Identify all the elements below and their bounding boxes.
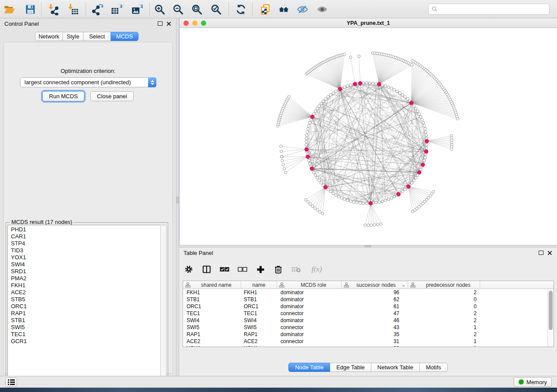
mcds-result-list[interactable]: PHD1CAR1STP4TID3YOX1SWI4SRD1PMA2FKH1ACE2… (7, 225, 160, 381)
table-cell: YOX1 (241, 345, 277, 347)
tab-style[interactable]: Style (62, 32, 83, 41)
close-panel-button[interactable] (547, 250, 553, 255)
tab-network[interactable]: Network (35, 32, 63, 41)
mcds-result-item[interactable]: STB5 (8, 296, 160, 303)
table-row[interactable]: STB1STB1dominator620 (183, 296, 547, 303)
zoom-fit-button[interactable] (190, 2, 204, 16)
table-row[interactable]: ORC1ORC1dominator610 (183, 303, 547, 310)
table-row[interactable]: FKH1FKH1dominator962 (183, 289, 547, 296)
zoom-selected-button[interactable] (209, 2, 223, 16)
export-network-icon (91, 3, 103, 15)
table-cell: 61 (342, 303, 408, 310)
column-header-successor-nodes[interactable]: successor nodes⌄ (342, 281, 408, 289)
first-neighbors-button[interactable] (277, 2, 291, 16)
memory-button[interactable]: Memory (514, 377, 552, 387)
mcds-result-item[interactable]: SWI4 (8, 261, 160, 268)
mcds-list-scrollbar[interactable] (160, 225, 166, 381)
mcds-result-item[interactable]: TEC1 (8, 331, 160, 338)
column-header-shared-name[interactable]: shared name (183, 281, 241, 289)
window-minimize-button[interactable] (192, 21, 197, 26)
delete-table-button[interactable] (291, 264, 301, 275)
plus-icon (256, 265, 265, 274)
vertical-splitter[interactable] (176, 18, 179, 377)
column-header-name[interactable]: name (241, 281, 277, 289)
window-close-button[interactable] (183, 21, 189, 26)
column-type-icon (410, 282, 415, 288)
open-file-button[interactable] (2, 2, 16, 16)
show-all-button[interactable] (315, 2, 329, 16)
tab-mcds[interactable]: MCDS (111, 32, 138, 41)
mcds-result-item[interactable]: SWI5 (8, 324, 160, 331)
splitter-grip (364, 245, 371, 247)
table-row[interactable]: ACE2ACE2connector311 (183, 338, 547, 345)
table-cell: connector (277, 338, 342, 345)
function-builder-button[interactable]: f(x) (309, 264, 325, 275)
float-panel-button[interactable] (539, 251, 543, 255)
mcds-result-item[interactable]: YOX1 (8, 254, 160, 261)
float-panel-button[interactable] (158, 21, 163, 26)
mcds-result-item[interactable]: PHD1 (8, 226, 160, 233)
table-cell: ORC1 (241, 303, 277, 310)
delete-columns-button[interactable] (273, 264, 284, 275)
table-row[interactable]: RAP1RAP1dominator352 (183, 331, 547, 338)
table-cell: connector (277, 310, 342, 317)
tab-select[interactable]: Select (83, 32, 111, 41)
column-settings-button[interactable] (183, 264, 194, 275)
tab-network-table[interactable]: Network Table (371, 363, 420, 372)
criterion-select[interactable]: largest connected component (undirected) (20, 77, 156, 87)
table-cell: 35 (342, 331, 408, 338)
split-view-button[interactable] (201, 264, 212, 275)
deselect-all-rows-button[interactable] (237, 264, 248, 275)
mcds-result-item[interactable]: PMA2 (8, 275, 160, 282)
mcds-tab-content: Optimization criterion: largest connecte… (3, 42, 173, 374)
table-panel-tabs: Node TableEdge TableNetwork TableMotifs (179, 363, 557, 372)
hide-selected-button[interactable] (295, 2, 309, 16)
mcds-result-item[interactable]: GCR1 (8, 338, 160, 345)
table-cell: RAP1 (183, 331, 241, 338)
zoom-in-button[interactable] (152, 2, 166, 16)
scrollbar-thumb[interactable] (549, 291, 553, 330)
save-session-button[interactable] (23, 2, 37, 16)
clone-network-button[interactable] (258, 2, 272, 16)
column-header-mcds-role[interactable]: MCDS role (277, 281, 342, 289)
memory-label: Memory (526, 379, 547, 385)
tab-motifs[interactable]: Motifs (419, 363, 448, 372)
select-all-rows-button[interactable] (219, 264, 230, 275)
mcds-result-item[interactable]: ORC1 (8, 303, 160, 310)
mcds-result-item[interactable]: STB1 (8, 317, 160, 324)
mcds-result-item[interactable]: FKH1 (8, 282, 160, 289)
table-row[interactable]: YOX1YOX1connector291 (183, 345, 547, 347)
mcds-result-item[interactable]: ACE2 (8, 289, 160, 296)
export-network-button[interactable] (90, 2, 104, 16)
table-row[interactable]: TEC1TEC1connector472 (183, 310, 547, 317)
mcds-result-item[interactable]: SRD1 (8, 268, 160, 275)
close-panel-button[interactable] (166, 21, 172, 26)
import-network-button[interactable] (46, 2, 60, 16)
tab-node-table[interactable]: Node Table (288, 363, 330, 372)
export-image-button[interactable] (130, 2, 144, 16)
close-mcds-panel-button[interactable]: Close panel (90, 91, 134, 101)
add-column-button[interactable] (255, 264, 266, 275)
table-cell: 0 (408, 303, 480, 310)
mcds-result-item[interactable]: TID3 (8, 247, 160, 254)
import-table-button[interactable] (66, 2, 80, 16)
mcds-result-item[interactable]: RAP1 (8, 310, 160, 317)
mcds-result-item[interactable]: STP4 (8, 240, 160, 247)
node-table: shared namenameMCDS rolesuccessor nodes⌄… (183, 281, 554, 347)
search-input[interactable] (440, 5, 549, 14)
status-menu-button[interactable] (5, 378, 17, 387)
table-row[interactable]: SWI4SWI4dominator462 (183, 317, 547, 324)
table-scrollbar[interactable] (547, 289, 554, 347)
table-cell: ACE2 (183, 338, 241, 345)
refresh-view-button[interactable] (234, 2, 248, 16)
table-cell: TEC1 (183, 310, 241, 317)
tab-edge-table[interactable]: Edge Table (330, 363, 371, 372)
run-mcds-button[interactable]: Run MCDS (42, 91, 84, 101)
export-table-button[interactable] (109, 2, 123, 16)
mcds-result-item[interactable]: CAR1 (8, 233, 160, 240)
table-row[interactable]: SWI5SWI5connector431 (183, 324, 547, 331)
zoom-out-button[interactable] (171, 2, 185, 16)
window-zoom-button[interactable] (201, 21, 206, 26)
network-canvas[interactable] (180, 28, 557, 245)
column-header-predecessor-nodes[interactable]: predecessor nodes (408, 281, 480, 289)
